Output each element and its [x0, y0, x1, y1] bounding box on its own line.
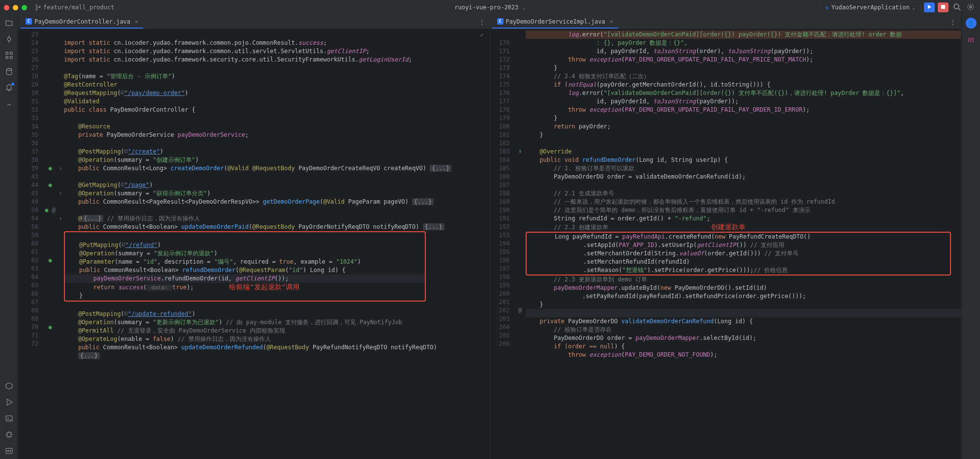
maven-tool-icon[interactable]: m: [968, 34, 974, 45]
svg-rect-3: [941, 5, 945, 9]
stop-button[interactable]: [938, 2, 949, 12]
svg-point-1: [36, 8, 37, 10]
commit-tool-icon[interactable]: [5, 35, 13, 43]
line-gutter: 2324252627282930313233343536373839434445…: [19, 30, 43, 459]
annotation-right: 创建退款单: [711, 223, 745, 231]
project-name[interactable]: ruoyi-vue-pro-2023 ⌄: [454, 4, 526, 11]
database-tool-icon[interactable]: [5, 67, 13, 76]
tab-bar-right: C PayDemoOrderServiceImpl.java × ⋮: [490, 15, 961, 30]
settings-icon[interactable]: [965, 1, 976, 14]
svg-rect-7: [6, 52, 8, 54]
tab-overflow-icon[interactable]: ⋮: [476, 19, 488, 26]
branch-name: feature/mall_product: [43, 4, 115, 11]
gutter-icons: ⬆@: [515, 30, 526, 459]
more-tool-icon[interactable]: ⋯: [7, 101, 11, 108]
refresh-icon: ↻: [826, 4, 829, 11]
titlebar: feature/mall_product ruoyi-vue-pro-2023 …: [0, 0, 980, 15]
inspection-ok-icon[interactable]: ✓: [480, 31, 483, 38]
annotation-left: 给前端"发起退款"调用: [229, 283, 299, 291]
svg-point-15: [7, 450, 8, 451]
tab-label: PayDemoOrderController.java: [34, 18, 130, 25]
java-class-icon: C: [497, 18, 504, 25]
code-area-left[interactable]: ✓ 23242526272829303132333435363738394344…: [19, 30, 490, 459]
tab-bar-left: C PayDemoOrderController.java × ⋮: [19, 15, 490, 30]
tab-overflow-icon[interactable]: ⋮: [947, 19, 959, 26]
close-tab-icon[interactable]: ×: [135, 18, 138, 25]
svg-rect-9: [6, 57, 8, 59]
vcs-branch[interactable]: feature/mall_product: [35, 4, 115, 11]
java-class-icon: C: [26, 18, 32, 25]
search-icon[interactable]: [951, 1, 962, 14]
tab-label: PayDemoOrderServiceImpl.java: [506, 18, 605, 25]
line-gutter: 1701711721731741751761771781791801811821…: [490, 30, 515, 459]
left-toolbar: ⋯: [0, 15, 19, 459]
run-config-name: YudaoServerApplication: [832, 4, 910, 11]
gutter-icons: ●●● @●●: [43, 30, 57, 459]
run-tool-icon[interactable]: [5, 398, 13, 406]
editor-pane-right: C PayDemoOrderServiceImpl.java × ⋮ 17017…: [490, 15, 962, 459]
notifications-tool-icon[interactable]: [5, 84, 13, 93]
project-tool-icon[interactable]: [5, 19, 13, 27]
terminal-tool-icon[interactable]: [5, 414, 13, 423]
structure-tool-icon[interactable]: [5, 51, 13, 60]
maximize-window[interactable]: [22, 5, 27, 10]
editor-pane-left: C PayDemoOrderController.java × ⋮ ✓ 2324…: [19, 15, 490, 459]
svg-point-16: [10, 450, 11, 451]
right-toolbar: 👤 m: [961, 15, 980, 459]
code-area-right[interactable]: 1701711721731741751761771781791801811821…: [490, 30, 961, 459]
svg-point-11: [6, 68, 12, 70]
svg-rect-8: [10, 52, 12, 54]
svg-point-4: [954, 4, 959, 9]
run-configuration[interactable]: ↻ YudaoServerApplication ⌄: [820, 2, 921, 13]
editor-area: C PayDemoOrderController.java × ⋮ ✓ 2324…: [19, 15, 961, 459]
services-tool-icon[interactable]: [5, 382, 13, 390]
svg-rect-12: [6, 416, 12, 421]
tab-controller[interactable]: C PayDemoOrderController.java ×: [21, 16, 143, 29]
svg-point-5: [970, 6, 972, 8]
code-content[interactable]: import static import static cn.iocoder.y…: [64, 30, 490, 459]
code-content[interactable]: log.error("[validateDemoOrderCanPaid][or…: [526, 30, 961, 459]
run-button[interactable]: [924, 2, 935, 12]
close-window[interactable]: [4, 5, 9, 10]
user-avatar-icon[interactable]: 👤: [966, 18, 977, 29]
window-controls: [4, 5, 27, 10]
svg-point-0: [36, 4, 37, 6]
tab-serviceimpl[interactable]: C PayDemoOrderServiceImpl.java ×: [492, 16, 619, 29]
svg-rect-14: [6, 448, 12, 454]
close-tab-icon[interactable]: ×: [610, 18, 613, 25]
debug-tool-icon[interactable]: [5, 430, 13, 439]
minimize-window[interactable]: [13, 5, 18, 10]
svg-point-6: [7, 37, 10, 40]
problems-tool-icon[interactable]: [5, 447, 13, 455]
svg-rect-10: [10, 57, 12, 59]
branch-icon: [35, 4, 41, 11]
svg-point-13: [7, 432, 11, 437]
fold-icons: ›››: [57, 30, 64, 459]
